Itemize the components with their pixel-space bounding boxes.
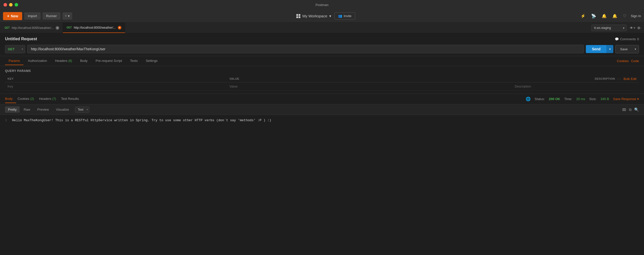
import-button[interactable]: Import (24, 12, 41, 20)
response-content: 1 Hello MaxTheKongUser! This is a RESTfu… (0, 115, 644, 126)
invite-button[interactable]: 👥 Invite (334, 12, 355, 20)
time-value: 20 ms (576, 97, 585, 101)
request-title: Untitled Request (5, 37, 37, 41)
runner-button[interactable]: Runner (43, 12, 60, 20)
tab-settings[interactable]: Settings (142, 57, 161, 65)
col-header-value: VALUE (227, 75, 512, 82)
tab-1-close[interactable]: ● (118, 26, 121, 29)
save-arrow-button[interactable]: ▾ (632, 45, 639, 53)
fork-arrow: ▾ (68, 14, 70, 18)
desc-input[interactable] (515, 84, 636, 88)
format-raw[interactable]: Raw (21, 106, 33, 113)
eye-icon-button[interactable]: 👁 (629, 25, 634, 31)
send-button[interactable]: Send (586, 45, 606, 53)
env-dropdown-wrap: tt.ws.staging (591, 25, 627, 31)
tab-prerequest[interactable]: Pre-request Script (92, 57, 126, 65)
heart-icon-button[interactable]: ♡ (622, 13, 627, 19)
format-pretty[interactable]: Pretty (5, 106, 20, 113)
table-row (5, 82, 639, 91)
search-icon-button[interactable]: ⚡ (580, 13, 587, 19)
tab-tests[interactable]: Tests (127, 57, 141, 65)
tab-0[interactable]: GET http://localhost:8095/weather/... × (1, 23, 63, 33)
format-preview[interactable]: Preview (34, 106, 52, 113)
notification-icon-button[interactable]: 🔔 (611, 13, 618, 19)
main-content: GET http://localhost:8095/weather/... × … (0, 23, 644, 244)
svg-rect-1 (622, 109, 625, 110)
toolbar-center: My Workspace ▾ 👥 Invite (74, 12, 578, 20)
settings-icon-button[interactable]: ⚙ (636, 25, 641, 31)
comments-count: 0 (637, 37, 639, 41)
save-response-button[interactable]: Save Response ▾ (613, 97, 639, 101)
bulk-edit-button[interactable]: Bulk Edit (624, 77, 636, 81)
comments-button[interactable]: 💬 Comments 0 (615, 37, 639, 41)
params-table: KEY VALUE DESCRIPTION ··· Bulk Edit (5, 75, 639, 91)
workspace-button[interactable]: My Workspace ▾ (296, 14, 331, 18)
globe-icon: 🌐 (526, 97, 531, 101)
key-input[interactable] (8, 84, 224, 88)
request-tabs: Params Authorization Headers (8) Body Pr… (0, 56, 644, 66)
resp-tab-body[interactable]: Body (5, 95, 16, 103)
response-body-toolbar: Pretty Raw Preview Visualize Text (0, 104, 644, 115)
query-params-title: Query Params (5, 69, 639, 73)
value-input[interactable] (229, 84, 510, 88)
tab-0-method: GET (5, 26, 10, 29)
time-label: Time: (564, 97, 572, 101)
tab-headers[interactable]: Headers (8) (52, 57, 76, 65)
window-controls (4, 3, 18, 7)
env-dropdown[interactable]: tt.ws.staging (591, 25, 627, 31)
url-input[interactable] (27, 45, 584, 53)
tab-1-url: http://localhost:8000/weather/... (74, 26, 116, 29)
tab-params[interactable]: Params (5, 57, 23, 65)
format-type-select[interactable]: Text (75, 107, 89, 113)
close-button[interactable] (4, 3, 7, 7)
main-toolbar: + New Import Runner ⑂ ▾ My Workspace ▾ 👥… (0, 10, 644, 23)
wrap-icon (622, 107, 626, 112)
interceptor-icon-button[interactable]: 📡 (590, 13, 597, 19)
params-more-button[interactable]: ··· (617, 77, 622, 81)
fork-button[interactable]: ⑂ ▾ (62, 12, 72, 20)
signin-button[interactable]: Sign In (631, 14, 641, 18)
app-title: Postman (315, 3, 328, 7)
status-value: 200 OK (549, 97, 560, 101)
send-arrow-button[interactable]: ▾ (606, 45, 613, 53)
cookies-link[interactable]: Cookies (617, 59, 629, 63)
sync-icon-button[interactable]: 🔔 (601, 13, 608, 19)
size-label: Size: (589, 97, 596, 101)
tab-1-method: GET (66, 26, 72, 29)
status-label: Status: (535, 97, 545, 101)
svg-rect-2 (622, 110, 626, 111)
save-response-label: Save Response (613, 97, 636, 101)
svg-rect-0 (622, 108, 626, 109)
save-response-arrow: ▾ (637, 97, 639, 101)
format-visualize[interactable]: Visualize (53, 106, 72, 113)
cookies-badge: (2) (30, 97, 34, 101)
url-bar: GET POST PUT DELETE PATCH Send ▾ Save ▾ (5, 45, 639, 53)
save-button[interactable]: Save (615, 45, 632, 53)
resp-tab-headers[interactable]: Headers (7) (39, 95, 59, 103)
code-link[interactable]: Code (631, 59, 639, 63)
env-selector: tt.ws.staging 👁 ⚙ (589, 23, 644, 33)
method-select[interactable]: GET POST PUT DELETE PATCH (5, 45, 25, 53)
toolbar-right: ⚡ 📡 🔔 🔔 ♡ Sign In (580, 13, 641, 19)
search-response-button[interactable]: 🔍 (634, 107, 639, 112)
tab-body[interactable]: Body (77, 57, 91, 65)
send-btn-wrap: Send ▾ (586, 45, 613, 53)
invite-label: Invite (344, 14, 351, 18)
resp-tab-test-results[interactable]: Test Results (61, 95, 82, 103)
tab-0-url: http://localhost:8095/weather/... (12, 26, 54, 30)
tab-authorization[interactable]: Authorization (24, 57, 51, 65)
headers-badge: (8) (68, 59, 72, 63)
new-button[interactable]: + New (3, 12, 22, 20)
tab-1[interactable]: GET http://localhost:8000/weather/... ● (63, 23, 125, 33)
tab-0-close[interactable]: × (56, 26, 59, 30)
resp-body-actions: ⧉ 🔍 (622, 107, 639, 112)
response-status: 🌐 Status: 200 OK Time: 20 ms Size: 345 B… (526, 97, 639, 101)
copy-button[interactable]: ⧉ (629, 107, 632, 112)
resp-tab-cookies[interactable]: Cookies (2) (18, 95, 38, 103)
minimize-button[interactable] (9, 3, 13, 7)
format-type-wrap: Text (73, 107, 89, 113)
wrap-button[interactable] (622, 107, 626, 112)
title-bar: Postman (0, 0, 644, 10)
maximize-button[interactable] (15, 3, 18, 7)
line-numbers: 1 (5, 118, 7, 122)
